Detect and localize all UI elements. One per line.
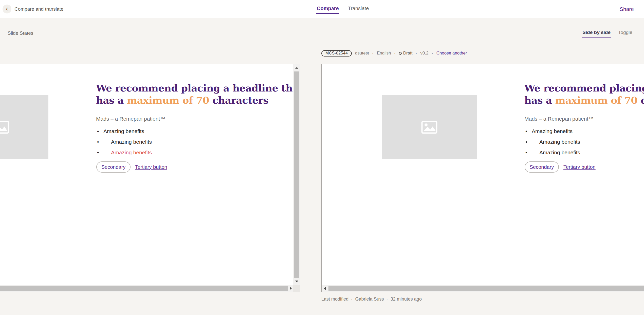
sub-header: Slide States Side by side Toggle bbox=[0, 18, 644, 48]
scrollbar-corner bbox=[293, 285, 300, 292]
separator: · bbox=[372, 51, 374, 55]
scroll-up-button[interactable] bbox=[293, 64, 300, 71]
vertical-scrollbar[interactable] bbox=[293, 64, 300, 285]
headline-highlight: maximum of 70 bbox=[127, 95, 209, 106]
triangle-down-icon bbox=[295, 281, 298, 282]
triangle-right-icon bbox=[290, 287, 292, 290]
bullet-item: Amazing benefits bbox=[103, 128, 144, 134]
horizontal-scrollbar[interactable] bbox=[322, 285, 644, 292]
separator: · bbox=[394, 51, 396, 55]
last-modified-meta: Last modified · Gabriela Suss · 32 minut… bbox=[321, 297, 422, 302]
slide-panel-left: We recommend placing a headline that has… bbox=[0, 64, 300, 292]
draft-status-icon bbox=[399, 52, 402, 55]
image-icon bbox=[421, 121, 437, 134]
status-item: Draft bbox=[399, 51, 413, 56]
tertiary-button[interactable]: Tertiary button bbox=[563, 164, 596, 170]
secondary-button[interactable]: Secondary bbox=[525, 161, 559, 173]
headline-highlight: maximum of 70 bbox=[555, 95, 638, 106]
chevron-left-icon: ‹ bbox=[6, 5, 8, 12]
bullet-item: Amazing benefits bbox=[539, 139, 580, 145]
separator: · bbox=[432, 51, 433, 55]
bullet-item: Amazing benefits bbox=[532, 128, 573, 134]
horizontal-scroll-thumb[interactable] bbox=[328, 286, 644, 291]
horizontal-scrollbar[interactable] bbox=[0, 285, 293, 292]
separator: · bbox=[416, 51, 417, 55]
tab-translate[interactable]: Translate bbox=[347, 5, 370, 14]
page-title: Compare and translate bbox=[14, 0, 63, 18]
last-modified-label: Last modified bbox=[321, 297, 348, 302]
back-button[interactable]: ‹ bbox=[3, 5, 11, 13]
scroll-right-button[interactable] bbox=[288, 285, 293, 292]
tab-compare[interactable]: Compare bbox=[316, 5, 339, 14]
bullet-item: Amazing benefits bbox=[111, 139, 152, 145]
document-title: Slide States bbox=[8, 18, 33, 48]
tab-toggle[interactable]: Toggle bbox=[618, 29, 633, 38]
triangle-up-icon bbox=[295, 67, 298, 69]
separator: · bbox=[351, 297, 352, 301]
bullet-marker: • bbox=[97, 150, 99, 156]
view-mode-tabs: Side by side Toggle bbox=[582, 18, 633, 48]
image-placeholder bbox=[382, 95, 477, 159]
slide-button-row: Secondary Tertiary button bbox=[525, 161, 596, 173]
scroll-left-button[interactable] bbox=[322, 285, 327, 292]
slide-subtitle: Mads – a Remepan patient™ bbox=[96, 116, 165, 122]
image-icon bbox=[0, 121, 9, 134]
bullet-marker: • bbox=[97, 139, 99, 145]
headline-line2: has a maximum of 70 characters bbox=[96, 94, 300, 106]
headline-line2: has a maximum of 70 characters bbox=[524, 94, 644, 106]
tab-side-by-side[interactable]: Side by side bbox=[582, 29, 611, 38]
horizontal-scroll-thumb[interactable] bbox=[0, 286, 288, 291]
share-button[interactable]: Share bbox=[620, 0, 634, 18]
language-label: English bbox=[377, 51, 391, 56]
owner-label: gsutest bbox=[355, 51, 369, 56]
slide-headline: We recommend placing a headline that has… bbox=[524, 82, 644, 106]
secondary-button[interactable]: Secondary bbox=[96, 161, 131, 173]
mode-tabs: Compare Translate bbox=[316, 0, 369, 18]
choose-another-link[interactable]: Choose another bbox=[436, 51, 467, 56]
bullet-marker: • bbox=[97, 128, 99, 134]
headline-line1: We recommend placing a headline that bbox=[524, 82, 644, 94]
slide-panel-right: We recommend placing a headline that has… bbox=[321, 64, 644, 292]
version-bar: MCS-02544 gsutest · English · Draft · v0… bbox=[321, 49, 467, 57]
tertiary-button[interactable]: Tertiary button bbox=[135, 164, 167, 170]
vertical-scroll-thumb[interactable] bbox=[294, 71, 299, 278]
slide-subtitle: Mads – a Remepan patient™ bbox=[524, 116, 594, 122]
separator: · bbox=[387, 297, 388, 301]
slide-headline: We recommend placing a headline that has… bbox=[96, 82, 300, 106]
compare-translate-app: ‹ Compare and translate Compare Translat… bbox=[0, 0, 644, 315]
slide-button-row: Secondary Tertiary button bbox=[96, 161, 167, 173]
document-id-badge[interactable]: MCS-02544 bbox=[321, 50, 352, 57]
bullet-marker: • bbox=[525, 139, 527, 145]
bullet-marker: • bbox=[525, 150, 527, 156]
modified-time: 32 minutes ago bbox=[391, 297, 422, 302]
status-label: Draft bbox=[403, 51, 413, 56]
version-label: v0.2 bbox=[420, 51, 429, 56]
image-placeholder bbox=[0, 95, 48, 159]
triangle-left-icon bbox=[324, 287, 326, 290]
author-name: Gabriela Suss bbox=[355, 297, 384, 302]
bullet-item: Amazing benefits bbox=[539, 150, 580, 156]
bullet-marker: • bbox=[525, 128, 527, 134]
scroll-down-button[interactable] bbox=[293, 278, 300, 285]
bullet-item-changed: Amazing benefits bbox=[111, 150, 152, 156]
top-bar: ‹ Compare and translate Compare Translat… bbox=[0, 0, 644, 18]
headline-line1: We recommend placing a headline that bbox=[96, 82, 300, 94]
